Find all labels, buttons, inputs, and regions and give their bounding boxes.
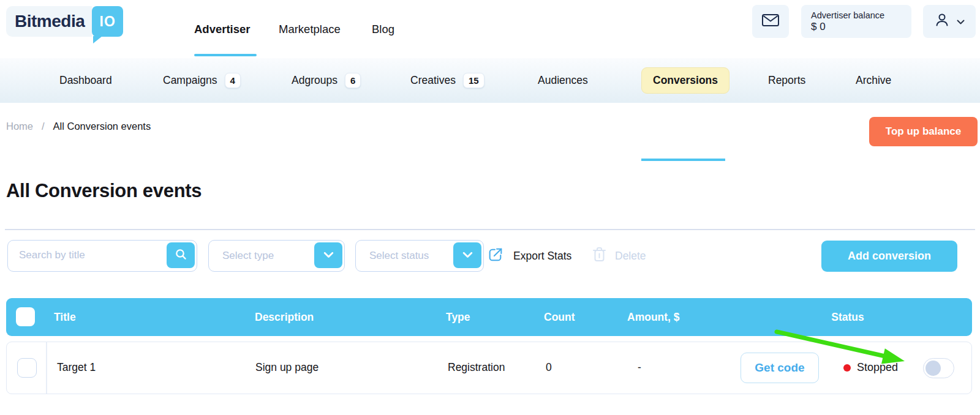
tab-creatives[interactable]: Creatives 15 <box>410 58 484 103</box>
tab-dashboard[interactable]: Dashboard <box>59 58 112 103</box>
export-stats-button[interactable]: Export Stats <box>487 240 571 272</box>
table-row: Target 1 Sign up page Registration 0 - G… <box>6 342 972 394</box>
tab-archive-label: Archive <box>856 74 891 87</box>
adgroups-count-badge: 6 <box>345 73 361 88</box>
external-arrow-icon <box>487 246 504 266</box>
status-select-dropdown-button[interactable] <box>453 242 481 268</box>
breadcrumb: Home / All Conversion events <box>6 118 151 134</box>
delete-label: Delete <box>615 250 646 263</box>
delete-button-disabled[interactable]: Delete <box>592 240 646 272</box>
conversions-active-pill: Conversions <box>641 67 729 94</box>
logo-io-text: IO <box>100 13 116 30</box>
toggle-knob <box>925 361 941 376</box>
section-tab-bar: Dashboard Campaigns 4 Adgroups 6 Creativ… <box>0 58 980 103</box>
export-stats-label: Export Stats <box>513 250 571 263</box>
advertiser-balance-box: Advertiser balance $ 0 <box>801 5 911 38</box>
trash-icon <box>592 246 607 266</box>
search-box <box>7 240 197 272</box>
tab-audiences[interactable]: Audiences <box>538 58 588 103</box>
nav-blog[interactable]: Blog <box>372 0 394 58</box>
column-count: Count <box>544 298 575 336</box>
cell-amount: - <box>638 342 641 393</box>
row-checkbox-divider <box>46 342 47 394</box>
logo-io-bubble: IO <box>92 6 123 37</box>
tab-adgroups-label: Adgroups <box>292 74 337 87</box>
account-menu-button[interactable] <box>923 5 976 38</box>
tab-dashboard-label: Dashboard <box>59 74 112 87</box>
status-badge: Stopped <box>857 342 898 393</box>
chevron-down-icon <box>323 250 334 261</box>
messages-button[interactable] <box>752 5 789 38</box>
column-type: Type <box>446 298 470 336</box>
magnifier-icon <box>175 248 187 263</box>
section-divider <box>5 229 975 230</box>
row-status-toggle-off[interactable] <box>923 358 954 378</box>
tab-archive[interactable]: Archive <box>856 58 891 103</box>
bitmedia-logo[interactable]: Bitmedia IO <box>6 6 123 37</box>
tab-adgroups[interactable]: Adgroups 6 <box>292 58 361 103</box>
balance-value: $ 0 <box>811 21 911 33</box>
select-all-checkbox[interactable] <box>16 307 35 326</box>
column-title: Title <box>54 298 76 336</box>
search-input[interactable] <box>19 241 160 269</box>
conversions-active-underline <box>641 159 725 161</box>
status-select-placeholder: Select status <box>369 250 429 262</box>
tab-reports[interactable]: Reports <box>768 58 805 103</box>
cell-type: Registration <box>448 342 505 393</box>
tab-audiences-label: Audiences <box>538 74 588 87</box>
creatives-count-badge: 15 <box>463 73 484 88</box>
top-up-balance-button[interactable]: Top up balance <box>869 117 978 146</box>
type-select-dropdown-button[interactable] <box>314 242 342 268</box>
breadcrumb-home-link[interactable]: Home <box>6 121 33 132</box>
breadcrumb-separator: / <box>42 121 45 132</box>
status-select[interactable]: Select status <box>355 240 484 272</box>
tab-campaigns[interactable]: Campaigns 4 <box>163 58 241 103</box>
nav-advertiser[interactable]: Advertiser <box>194 0 251 58</box>
cell-description: Sign up page <box>255 342 318 393</box>
balance-label: Advertiser balance <box>811 10 911 20</box>
page-title: All Conversion events <box>6 180 202 202</box>
add-conversion-button[interactable]: Add conversion <box>821 241 957 272</box>
advertiser-active-underline <box>194 54 257 56</box>
logo-wordmark: Bitmedia <box>15 12 85 31</box>
type-select[interactable]: Select type <box>208 240 345 272</box>
type-select-placeholder: Select type <box>222 250 274 262</box>
cell-count: 0 <box>546 342 552 393</box>
cell-title: Target 1 <box>57 342 96 393</box>
chevron-down-icon <box>957 16 965 27</box>
nav-marketplace[interactable]: Marketplace <box>279 0 341 58</box>
top-header: Bitmedia IO Advertiser Marketplace Blog … <box>0 0 980 58</box>
tab-reports-label: Reports <box>768 74 805 87</box>
tab-campaigns-label: Campaigns <box>163 74 217 87</box>
search-button[interactable] <box>167 242 195 268</box>
user-icon <box>934 12 950 31</box>
get-code-button[interactable]: Get code <box>741 353 819 383</box>
row-checkbox[interactable] <box>17 358 37 378</box>
column-amount: Amount, $ <box>627 298 680 336</box>
breadcrumb-current: All Conversion events <box>53 121 151 132</box>
column-description: Description <box>255 298 314 336</box>
table-header: Title Description Type Count Amount, $ S… <box>6 298 972 336</box>
logo-background: Bitmedia <box>6 6 92 37</box>
tab-conversions-active[interactable]: Conversions <box>641 58 729 103</box>
column-status: Status <box>831 298 864 336</box>
envelope-icon <box>761 13 780 30</box>
chevron-down-icon <box>462 250 473 261</box>
tab-creatives-label: Creatives <box>410 74 456 87</box>
status-stopped-dot <box>843 364 851 372</box>
campaigns-count-badge: 4 <box>225 73 241 88</box>
